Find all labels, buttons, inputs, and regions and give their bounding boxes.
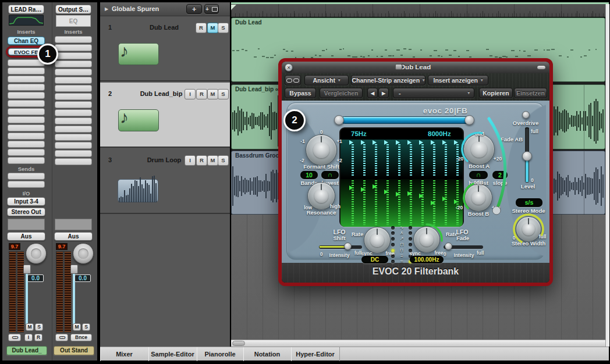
lfo-shift-waveform-led[interactable] — [391, 237, 395, 241]
insert-slot[interactable] — [8, 76, 45, 83]
strip2-automation-button[interactable]: Aus — [54, 232, 93, 241]
boost-b-knob[interactable] — [464, 184, 492, 212]
lfo-shift-waveform-led[interactable] — [391, 226, 395, 230]
send-slot[interactable] — [8, 181, 45, 188]
lfo-shift-rate-knob[interactable] — [364, 227, 391, 254]
level-slider-handle[interactable] — [522, 151, 532, 161]
lfo-fade-rate-display[interactable]: 100.00Hz — [410, 256, 444, 263]
insert-slot[interactable] — [55, 101, 92, 108]
strip1-fader-handle[interactable] — [23, 265, 31, 274]
strip1-output-button[interactable]: Stereo Out — [7, 208, 45, 216]
insert-slot[interactable] — [8, 100, 45, 107]
insert-slot[interactable] — [55, 158, 92, 165]
lfo-waveform-row[interactable]: ↗ — [391, 237, 412, 242]
track-row-dub-lead-bip[interactable]: 2 Dub Lead_bip I R M S ♪ — [100, 83, 230, 148]
lfo-shift-waveform-led[interactable] — [391, 255, 395, 258]
lfo-waveform-row[interactable]: ≈ — [391, 259, 412, 265]
track3-record-button[interactable]: R — [196, 155, 207, 166]
paste-button[interactable]: Einsetzen — [514, 88, 547, 98]
strip1-fader-track[interactable] — [26, 274, 28, 330]
insert-slot[interactable] — [8, 116, 45, 123]
track3-solo-button[interactable]: S — [218, 155, 229, 166]
track2-mute-button[interactable]: M — [207, 89, 218, 99]
strip1-group-slot[interactable] — [8, 219, 45, 230]
lfo-waveform-row[interactable]: ∧ — [391, 231, 412, 236]
insert-slot[interactable] — [55, 150, 92, 157]
strip1-track-name[interactable]: Dub Lead_ — [6, 346, 47, 355]
tab-notation[interactable]: Notation — [243, 347, 292, 361]
insert-slot[interactable] — [55, 36, 92, 43]
plugin-title-bar[interactable]: ✕ Dub Lead — [282, 62, 549, 73]
track-name[interactable]: Dub Lead — [132, 24, 196, 31]
strip1-mute-button[interactable]: M — [26, 323, 34, 331]
insert-slot[interactable] — [55, 109, 92, 116]
track3-mute-button[interactable]: M — [207, 155, 218, 166]
lfo-waveform-row[interactable]: ∿ — [391, 225, 412, 230]
track-row-drum-loop[interactable]: 3 Drum Loop I R M S — [100, 149, 230, 214]
strip2-fader-track[interactable] — [73, 274, 75, 330]
lfo-waveform-row[interactable]: ⊓ — [391, 242, 412, 247]
formant-shift-knob[interactable] — [306, 134, 337, 166]
lfo-shift-waveform-led[interactable] — [391, 243, 395, 247]
strip1-eq-thumbnail[interactable] — [9, 15, 44, 26]
strip2-fader-handle[interactable] — [70, 265, 78, 274]
track2-record-button[interactable]: R — [196, 89, 207, 99]
strip2-track-name[interactable]: Out Stand — [54, 346, 94, 355]
insert-slot[interactable] — [8, 108, 45, 115]
track3-input-button[interactable]: I — [185, 155, 196, 166]
strip2-solo-button[interactable]: S — [82, 323, 90, 331]
insert-slot[interactable] — [55, 134, 92, 141]
strip1-format-button[interactable]: ⊂⊃ — [8, 334, 21, 341]
strip1-setting-button[interactable]: LEAD Ra… — [8, 5, 44, 14]
insert-slot[interactable] — [55, 85, 92, 92]
insert-menu[interactable]: Insert anzeigen▾ — [428, 75, 488, 85]
strip1-automation-button[interactable]: Aus — [7, 232, 45, 241]
horizontal-scrollbar[interactable] — [231, 340, 605, 347]
insert-slot[interactable] — [55, 44, 92, 51]
minimize-icon[interactable] — [537, 65, 546, 70]
track1-solo-button[interactable]: S — [218, 23, 229, 33]
track-row-dub-lead[interactable]: 1 Dub Lead R M S ♪ — [100, 16, 230, 81]
link-icon[interactable] — [285, 75, 301, 85]
insert-slot[interactable] — [55, 117, 92, 124]
strip2-volume-value[interactable]: 0.0 — [75, 274, 91, 282]
strip1-solo-button[interactable]: S — [35, 323, 43, 331]
prev-preset-button[interactable]: ◀ — [367, 88, 378, 98]
analysis-range-slider[interactable] — [341, 116, 471, 124]
copy-button[interactable]: Kopieren — [479, 88, 513, 98]
lfo-shift-waveform-led[interactable] — [391, 249, 395, 252]
strip1-pan-knob[interactable] — [26, 243, 47, 264]
insert-slot[interactable] — [55, 93, 92, 100]
horizontal-scrollbar-thumb[interactable] — [232, 341, 245, 346]
insert-slot[interactable] — [8, 149, 45, 156]
track2-solo-button[interactable]: S — [218, 89, 229, 99]
preset-dropdown[interactable]: -▾ — [393, 88, 474, 98]
lfo-fade-waveform-led[interactable] — [409, 243, 412, 247]
insert-slot[interactable] — [8, 133, 45, 140]
strip1-input-monitor-button[interactable]: I — [24, 334, 33, 341]
filterbank-display[interactable]: 75Hz 8000Hz — [339, 127, 464, 227]
send-slot[interactable] — [8, 173, 45, 180]
insert-slot[interactable] — [8, 157, 45, 164]
lfo-fade-waveform-led[interactable] — [409, 226, 412, 230]
insert-slot[interactable] — [8, 92, 45, 99]
track2-input-button[interactable]: I — [185, 89, 196, 99]
track1-mute-button[interactable]: M — [207, 23, 218, 33]
add-multiple-tracks-button[interactable]: + — [204, 4, 219, 14]
insert-slot[interactable] — [8, 67, 45, 74]
compare-button[interactable]: Vergleichen — [320, 88, 363, 98]
insert-slot[interactable] — [8, 84, 45, 91]
lfo-fade-rate-knob[interactable] — [413, 226, 440, 253]
synthesis-bands-zone[interactable] — [341, 179, 463, 227]
strip2-format-button[interactable]: ⊂⊃ — [55, 334, 68, 341]
strip2-eq-placeholder[interactable]: EQ — [56, 15, 91, 27]
insert-slot[interactable] — [55, 126, 92, 133]
strip1-insert-chan-eq[interactable]: Chan EQ — [8, 37, 45, 45]
slope-value-display[interactable]: 2 — [492, 171, 508, 179]
tab-hyper-editor[interactable]: Hyper-Editor — [291, 347, 340, 361]
tab-sample-editor[interactable]: Sample-Editor — [148, 347, 197, 361]
bypass-button[interactable]: Bypass — [285, 88, 316, 98]
lfo-waveform-selector[interactable]: ∿∧↗⊓Π≡≈ — [391, 225, 412, 265]
disclosure-triangle-icon[interactable]: ▶ — [105, 6, 108, 12]
lfo-shift-rate-display[interactable]: DC — [361, 256, 388, 263]
